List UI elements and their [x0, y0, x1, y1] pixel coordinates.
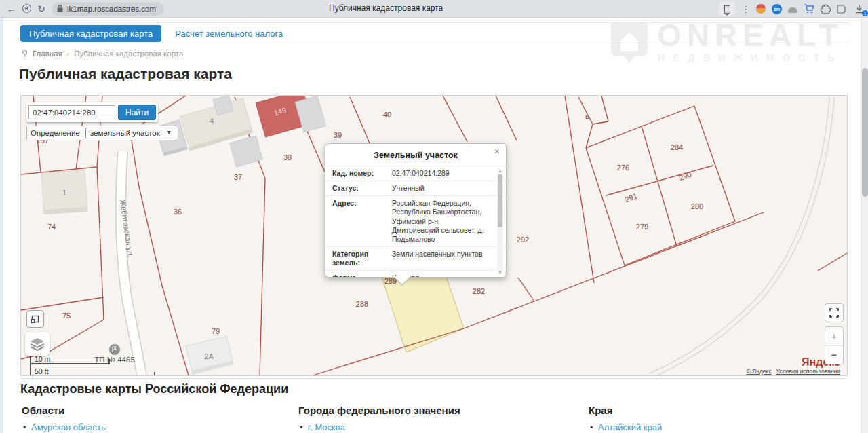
downloads-button[interactable]: 1 [853, 3, 865, 15]
svg-text:40: 40 [383, 111, 391, 119]
page-scrollbar[interactable] [861, 18, 868, 433]
scale-meters: 10 m [35, 355, 51, 363]
popup-row: Форма собственности:Частная [326, 271, 506, 277]
cadastral-map[interactable]: 157 74 75 36 37 38 39 40 79 288 289 282 … [20, 95, 848, 376]
footer-column-oblasti: Области Амурская область Архангельская о… [22, 404, 127, 433]
road-curve [650, 97, 832, 375]
svg-text:291: 291 [624, 191, 638, 204]
column-heading: Города федерального значения [298, 404, 460, 416]
popup-row: Категория земель:Земли населенных пункто… [326, 247, 506, 271]
filter-label: Определение: [31, 129, 82, 137]
breadcrumb: Главная › Публичная кадастровая карта [22, 50, 183, 58]
svg-text:74: 74 [47, 223, 56, 231]
region-link[interactable]: Алтайский край [598, 422, 662, 432]
search-button[interactable]: Найти [118, 105, 156, 120]
parcel-search-panel: Найти [26, 102, 158, 122]
zoom-in-button[interactable]: + [825, 327, 843, 346]
breadcrumb-home[interactable]: Главная [33, 50, 62, 58]
region-link[interactable]: Амурская область [31, 422, 106, 432]
svg-text:39: 39 [334, 131, 342, 139]
footer-column-krais: Края Алтайский край Забайкальский край [589, 404, 681, 433]
svg-text:290: 290 [678, 170, 692, 182]
zm-extension-icon[interactable]: zm [772, 4, 782, 14]
divider [19, 22, 850, 23]
popup-row: Кад. номер:02:47:040214:289 [326, 166, 506, 181]
breadcrumb-current: Публичная кадастровая карта [74, 50, 183, 58]
substation-label: ТП № 4465 [94, 356, 135, 364]
back-button[interactable]: ← [4, 1, 19, 16]
download-badge: 1 [862, 10, 868, 16]
popup-scrollbar[interactable]: ▲ ▼ [497, 168, 503, 275]
breadcrumb-separator-icon: › [67, 50, 69, 58]
collections-icon[interactable] [837, 5, 847, 14]
svg-text:37: 37 [234, 173, 242, 181]
popup-row: Статус:Учтенный [326, 181, 506, 196]
cart-icon[interactable] [804, 4, 814, 14]
browser-menu-button[interactable]: ⋮ [741, 4, 750, 14]
location-pin-icon [22, 50, 28, 58]
watermark-brand: ONREALT [657, 20, 844, 50]
layers-icon [30, 337, 45, 351]
chevron-down-icon: ▾ [167, 128, 171, 136]
divider [20, 378, 846, 379]
column-heading: Края [589, 404, 681, 416]
list-item: г. Москва [298, 422, 460, 433]
svg-text:1: 1 [62, 189, 66, 197]
popup-pointer [394, 276, 410, 284]
zoom-out-button[interactable]: − [825, 346, 843, 364]
scale-feet: 50 ft [35, 367, 49, 375]
footer-column-cities: Города федерального значения г. Москва г… [298, 404, 460, 433]
selected-option: земельный участок [90, 129, 160, 137]
region-link[interactable]: г. Москва [308, 422, 345, 432]
lock-icon [57, 5, 63, 12]
extensions-puzzle-icon[interactable] [821, 4, 831, 14]
svg-text:276: 276 [617, 164, 629, 172]
definition-select[interactable]: земельный участок ▾ [85, 128, 174, 138]
column-heading: Области [22, 404, 127, 416]
svg-text:38: 38 [283, 153, 292, 162]
divider [19, 43, 850, 43]
svg-text:279: 279 [636, 223, 648, 231]
browser-home-button[interactable]: Я [19, 1, 34, 16]
svg-text:284: 284 [671, 143, 683, 151]
popup-row: Адрес:Российская Федерация, Республика Б… [326, 196, 506, 247]
parcel-info-popup: × Земельный участок Кад. номер:02:47:040… [325, 143, 507, 278]
page-title: Публичная кадастровая карта [19, 66, 232, 82]
svg-text:79: 79 [212, 327, 220, 335]
site-tabs: Публичная кадастровая карта Расчет земел… [20, 25, 283, 42]
svg-text:280: 280 [691, 202, 703, 210]
measure-icon [31, 314, 40, 324]
substation-marker [109, 344, 120, 355]
popup-body: Кад. номер:02:47:040214:289 Статус:Учтен… [326, 166, 506, 277]
layers-button[interactable] [25, 332, 50, 356]
search-input[interactable] [28, 105, 115, 119]
close-icon[interactable]: × [494, 147, 500, 156]
scroll-down-icon[interactable]: ▼ [497, 270, 503, 274]
popup-scroll-thumb[interactable] [498, 174, 502, 227]
extension-icon[interactable] [756, 4, 766, 14]
svg-text:4: 4 [210, 117, 214, 125]
window-edge [0, 18, 3, 433]
tab-cadastral-map[interactable]: Публичная кадастровая карта [20, 25, 161, 42]
fullscreen-icon [829, 308, 839, 318]
map-attribution[interactable]: © ЯндексУсловия использования [746, 368, 840, 375]
bookmark-button[interactable] [719, 2, 735, 16]
svg-text:75: 75 [62, 312, 71, 320]
svg-text:Ь: Ь [585, 113, 589, 120]
watermark-tagline: НЕДВИЖИМОСТЬ [657, 52, 844, 63]
extension-dome-icon[interactable] [788, 7, 797, 13]
fullscreen-button[interactable] [825, 303, 844, 322]
scrollbar-thumb[interactable] [862, 68, 868, 197]
browser-window: ← Я ↻ lk1map.roscadastres.com Публичная … [0, 0, 868, 433]
scroll-up-icon[interactable]: ▲ [497, 169, 503, 173]
address-bar[interactable]: lk1map.roscadastres.com [52, 2, 164, 16]
refresh-icon: ↻ [37, 3, 45, 14]
tab-land-tax[interactable]: Расчет земельного налога [175, 29, 283, 39]
svg-text:36: 36 [174, 208, 182, 216]
measure-button[interactable] [26, 310, 44, 328]
refresh-button[interactable]: ↻ [34, 1, 49, 16]
zoom-controls: + − [825, 326, 844, 364]
yandex-browser-icon: Я [22, 4, 31, 13]
definition-filter: Определение: земельный участок ▾ [26, 126, 178, 140]
svg-text:282: 282 [473, 287, 485, 295]
